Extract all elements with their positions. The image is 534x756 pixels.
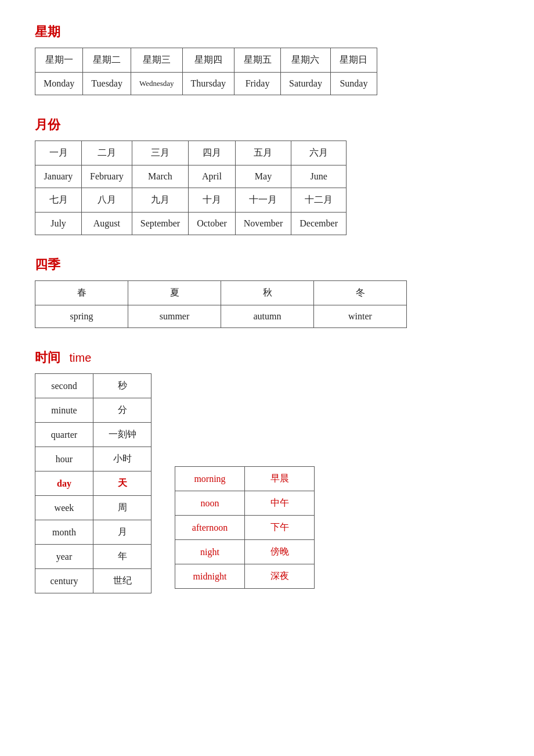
table-cell: 五月	[235, 141, 291, 165]
table-cell-night-zh: 傍晚	[245, 540, 315, 564]
table-cell: year	[35, 545, 93, 569]
table-cell: 一刻钟	[93, 423, 151, 447]
time-tables-container: second 秒 minute 分 quarter 一刻钟 hour 小时 da…	[35, 373, 499, 593]
table-cell: December	[291, 213, 347, 235]
table-cell: 一月	[35, 141, 82, 165]
table-cell-afternoon-zh: 下午	[245, 516, 315, 540]
table-cell: week	[35, 496, 93, 520]
table-cell: Thursday	[182, 73, 234, 95]
table-row: quarter 一刻钟	[35, 423, 151, 447]
time-right-table: morning 早晨 noon 中午 afternoon 下午 night 傍晚…	[175, 466, 315, 589]
table-cell-winter: winter	[314, 305, 407, 328]
table-cell: 秒	[93, 374, 151, 398]
table-cell: 星期五	[234, 48, 281, 73]
table-cell: Wednesday	[131, 73, 182, 95]
table-cell-morning: morning	[175, 467, 245, 491]
table-cell: 年	[93, 545, 151, 569]
time-right-table-container: morning 早晨 noon 中午 afternoon 下午 night 傍晚…	[175, 466, 315, 589]
table-cell: Monday	[35, 73, 83, 95]
table-row: 一月 二月 三月 四月 五月 六月	[35, 141, 347, 165]
table-cell: 秋	[221, 281, 314, 305]
table-cell: 冬	[314, 281, 407, 305]
table-cell: 七月	[35, 188, 82, 213]
table-cell-afternoon: afternoon	[175, 516, 245, 540]
table-cell: 十一月	[235, 188, 291, 213]
table-cell-midnight: midnight	[175, 564, 245, 589]
time-title: 时间 time	[35, 349, 499, 366]
table-cell: January	[35, 165, 82, 188]
table-cell: 十月	[189, 188, 236, 213]
table-cell: 夏	[128, 281, 221, 305]
table-row: noon 中午	[175, 491, 315, 516]
table-row: 星期一 星期二 星期三 星期四 星期五 星期六 星期日	[35, 48, 377, 73]
table-cell: 小时	[93, 447, 151, 471]
table-row: month 月	[35, 520, 151, 545]
table-cell: 四月	[189, 141, 236, 165]
table-row: January February March April May June	[35, 165, 347, 188]
table-cell-noon: noon	[175, 491, 245, 516]
table-row: 春 夏 秋 冬	[35, 281, 407, 305]
table-row: 七月 八月 九月 十月 十一月 十二月	[35, 188, 347, 213]
table-row: spring summer autumn winter	[35, 305, 407, 328]
table-cell: 星期三	[131, 48, 182, 73]
table-cell-midnight-zh: 深夜	[245, 564, 315, 589]
weekdays-table: 星期一 星期二 星期三 星期四 星期五 星期六 星期日 Monday Tuesd…	[35, 48, 377, 95]
table-cell: 六月	[291, 141, 347, 165]
table-cell: 星期日	[330, 48, 377, 73]
table-cell-day-zh: 天	[93, 471, 151, 496]
table-row: Monday Tuesday Wednesday Thursday Friday…	[35, 73, 377, 95]
table-cell: 三月	[132, 141, 188, 165]
table-cell: month	[35, 520, 93, 545]
table-cell: 春	[35, 281, 128, 305]
table-cell: Sunday	[330, 73, 377, 95]
table-cell: 分	[93, 398, 151, 423]
table-cell: 世纪	[93, 569, 151, 593]
table-cell: March	[132, 165, 188, 188]
table-row: second 秒	[35, 374, 151, 398]
table-cell: July	[35, 213, 82, 235]
table-row: day 天	[35, 471, 151, 496]
months-section: 月份 一月 二月 三月 四月 五月 六月 January February Ma…	[35, 116, 499, 235]
table-row: week 周	[35, 496, 151, 520]
table-cell: century	[35, 569, 93, 593]
table-cell: 二月	[82, 141, 132, 165]
table-cell: second	[35, 374, 93, 398]
table-cell: 十二月	[291, 188, 347, 213]
weekdays-section: 星期 星期一 星期二 星期三 星期四 星期五 星期六 星期日 Monday Tu…	[35, 23, 499, 95]
months-title-text: 月份	[35, 117, 60, 132]
weekdays-title-text: 星期	[35, 24, 60, 39]
time-left-table-container: second 秒 minute 分 quarter 一刻钟 hour 小时 da…	[35, 373, 151, 593]
table-cell: 九月	[132, 188, 188, 213]
table-cell: May	[235, 165, 291, 188]
table-cell: Saturday	[281, 73, 331, 95]
table-cell: 月	[93, 520, 151, 545]
table-cell-spring: spring	[35, 305, 128, 328]
seasons-title-text: 四季	[35, 257, 60, 272]
table-cell: Friday	[234, 73, 281, 95]
table-cell: Tuesday	[83, 73, 131, 95]
table-cell: 周	[93, 496, 151, 520]
seasons-table: 春 夏 秋 冬 spring summer autumn winter	[35, 280, 407, 328]
time-title-zh: 时间	[35, 350, 60, 365]
table-row: night 傍晚	[175, 540, 315, 564]
table-cell: 八月	[82, 188, 132, 213]
table-cell: 星期四	[182, 48, 234, 73]
table-cell-autumn: autumn	[221, 305, 314, 328]
table-cell: minute	[35, 398, 93, 423]
table-row: year 年	[35, 545, 151, 569]
time-section: 时间 time second 秒 minute 分 quarter 一刻钟 ho…	[35, 349, 499, 593]
table-cell-night: night	[175, 540, 245, 564]
seasons-section: 四季 春 夏 秋 冬 spring summer autumn winter	[35, 256, 499, 328]
time-left-table: second 秒 minute 分 quarter 一刻钟 hour 小时 da…	[35, 373, 151, 593]
table-cell-morning-zh: 早晨	[245, 467, 315, 491]
table-cell-summer: summer	[128, 305, 221, 328]
weekdays-title: 星期	[35, 23, 499, 41]
table-row: July August September October November D…	[35, 213, 347, 235]
table-cell: June	[291, 165, 347, 188]
table-cell: 星期一	[35, 48, 83, 73]
table-cell: 星期二	[83, 48, 131, 73]
table-cell: November	[235, 213, 291, 235]
table-cell: August	[82, 213, 132, 235]
table-cell: April	[189, 165, 236, 188]
table-cell-day: day	[35, 471, 93, 496]
